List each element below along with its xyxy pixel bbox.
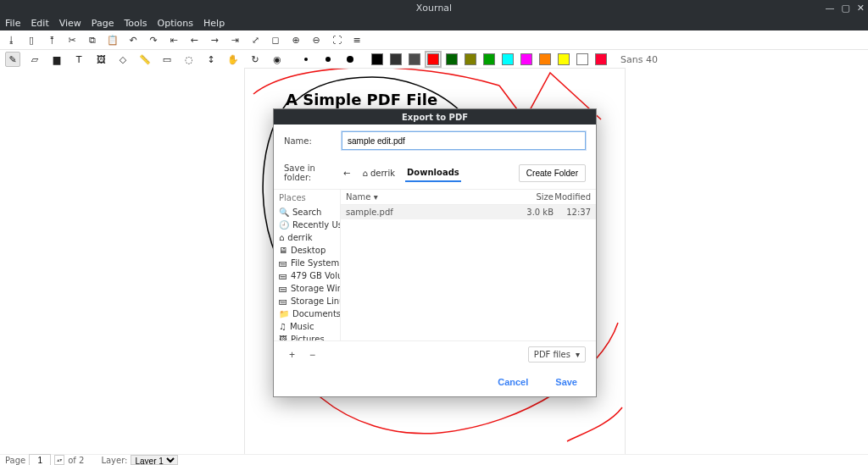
add-bookmark-button[interactable]: + — [284, 349, 296, 361]
pen-tool[interactable]: ✎ — [5, 52, 20, 67]
crumb-home[interactable]: ⌂ derrik — [360, 165, 397, 181]
file-name: sample.pdf — [346, 208, 521, 217]
recognizer-tool[interactable]: ↻ — [248, 52, 263, 67]
save-icon[interactable]: ⭳ — [5, 34, 17, 46]
page-label: Page — [5, 456, 25, 465]
paste-icon[interactable]: 📋 — [107, 34, 119, 46]
first-page-icon[interactable]: ⇤ — [168, 34, 180, 46]
layers-icon[interactable]: ≡ — [351, 34, 363, 46]
menu-view[interactable]: View — [59, 18, 81, 29]
zoom-100-icon[interactable]: ◻ — [270, 34, 281, 46]
undo-icon[interactable]: ↶ — [127, 34, 139, 46]
place-479-gb-volume[interactable]: 🖴479 GB Volume — [274, 269, 340, 282]
place-music[interactable]: ♫Music — [274, 320, 340, 333]
cut-icon[interactable]: ✂ — [66, 34, 78, 46]
stroke-size-1[interactable] — [320, 52, 336, 67]
disk-icon: 🖴 — [279, 258, 287, 268]
file-size: 3.0 kB — [521, 208, 554, 217]
layer-label: Layer: — [101, 456, 127, 465]
filename-input[interactable] — [342, 131, 586, 150]
sort-caret-icon: ▾ — [374, 192, 378, 202]
font-label[interactable]: Sans 40 — [620, 54, 658, 65]
prev-page-icon[interactable]: ← — [188, 34, 200, 46]
shape-rec-tool[interactable]: ◉ — [270, 52, 285, 67]
menu-help[interactable]: Help — [203, 18, 225, 29]
create-folder-button[interactable]: Create Folder — [519, 164, 586, 182]
place-label: Documents — [292, 309, 341, 318]
place-storage-windows[interactable]: 🖴Storage Windows — [274, 282, 340, 295]
place-desktop[interactable]: 🖥Desktop — [274, 244, 340, 257]
fullscreen-icon[interactable]: ⛶ — [331, 34, 342, 46]
text-tool[interactable]: T — [71, 52, 86, 67]
file-list[interactable]: sample.pdf3.0 kB12:37 — [341, 205, 596, 340]
redo-icon[interactable]: ↷ — [147, 34, 159, 46]
col-modified[interactable]: Modified — [554, 192, 591, 202]
color-swatch-12[interactable] — [595, 53, 607, 65]
place-derrik[interactable]: ⌂derrik — [274, 231, 340, 244]
save-button[interactable]: Save — [550, 376, 582, 388]
color-swatch-11[interactable] — [576, 53, 588, 65]
color-swatch-6[interactable] — [483, 53, 495, 65]
copy-icon[interactable]: ⧉ — [86, 34, 98, 46]
crumb-downloads[interactable]: Downloads — [405, 164, 461, 182]
color-swatch-5[interactable] — [465, 53, 476, 65]
crumb-back[interactable]: ← — [342, 165, 352, 181]
color-swatch-9[interactable] — [539, 53, 551, 65]
next-page-icon[interactable]: → — [209, 34, 220, 46]
stroke-size-0[interactable] — [298, 52, 314, 67]
file-modified: 12:37 — [554, 208, 591, 217]
vspace-tool[interactable]: ↕ — [203, 52, 219, 67]
image-tool[interactable]: 🖼 — [93, 52, 108, 67]
color-swatch-8[interactable] — [520, 53, 532, 65]
window-maximize[interactable]: ▢ — [841, 3, 849, 14]
zoom-out-icon[interactable]: ⊖ — [310, 34, 322, 46]
eraser-tool[interactable]: ▱ — [27, 52, 42, 67]
file-type-filter[interactable]: PDF files ▾ — [528, 346, 586, 363]
window-minimize[interactable]: — — [825, 3, 834, 14]
place-recently-used[interactable]: 🕘Recently Used — [274, 219, 340, 231]
menu-edit[interactable]: Edit — [31, 18, 48, 29]
hand-tool[interactable]: ✋ — [225, 52, 241, 67]
page-spinner[interactable]: ▴▾ — [54, 455, 64, 465]
place-pictures[interactable]: 🖼Pictures — [274, 333, 340, 340]
window-close[interactable]: ✕ — [857, 3, 865, 14]
place-search[interactable]: 🔍Search — [274, 206, 340, 219]
last-page-icon[interactable]: ⇥ — [229, 34, 241, 46]
col-name[interactable]: Name ▾ — [346, 192, 521, 202]
place-documents[interactable]: 📁Documents — [274, 307, 340, 320]
color-swatch-0[interactable] — [371, 53, 383, 65]
new-icon[interactable]: ▯ — [25, 34, 37, 46]
color-swatch-4[interactable] — [446, 53, 458, 65]
shapes-tool[interactable]: ◇ — [115, 52, 131, 67]
highlighter-tool[interactable]: ▆ — [49, 52, 64, 67]
menu-tools[interactable]: Tools — [124, 18, 147, 29]
places-header: Places — [274, 190, 340, 206]
color-swatch-10[interactable] — [558, 53, 570, 65]
layer-select[interactable]: Layer 1 — [131, 455, 178, 465]
place-file-system[interactable]: 🖴File System — [274, 257, 340, 269]
zoom-in-icon[interactable]: ⊕ — [290, 34, 302, 46]
place-storage-linux[interactable]: 🖴Storage Linux — [274, 295, 340, 307]
file-row[interactable]: sample.pdf3.0 kB12:37 — [341, 205, 596, 219]
color-swatch-2[interactable] — [409, 53, 420, 65]
document-heading: A Simple PDF File — [286, 91, 437, 108]
home-icon: ⌂ — [279, 233, 284, 242]
open-icon[interactable]: ⭱ — [46, 34, 58, 46]
color-swatch-3[interactable] — [427, 53, 439, 65]
page-number-input[interactable] — [29, 454, 51, 465]
desktop-icon: 🖥 — [279, 246, 287, 255]
menu-file[interactable]: File — [5, 18, 20, 29]
cancel-button[interactable]: Cancel — [492, 376, 533, 388]
ruler-tool[interactable]: 📏 — [137, 52, 153, 67]
remove-bookmark-button[interactable]: − — [304, 349, 316, 361]
stroke-size-2[interactable] — [342, 52, 358, 67]
color-swatch-1[interactable] — [390, 53, 402, 65]
menu-options[interactable]: Options — [158, 18, 193, 29]
color-swatch-7[interactable] — [502, 53, 514, 65]
menu-page[interactable]: Page — [92, 18, 114, 29]
col-size[interactable]: Size — [521, 192, 554, 202]
select-region-tool[interactable]: ◌ — [181, 52, 197, 67]
place-label: Desktop — [291, 246, 326, 255]
select-rect-tool[interactable]: ▭ — [159, 52, 175, 67]
zoom-fit-icon[interactable]: ⤢ — [249, 34, 261, 46]
